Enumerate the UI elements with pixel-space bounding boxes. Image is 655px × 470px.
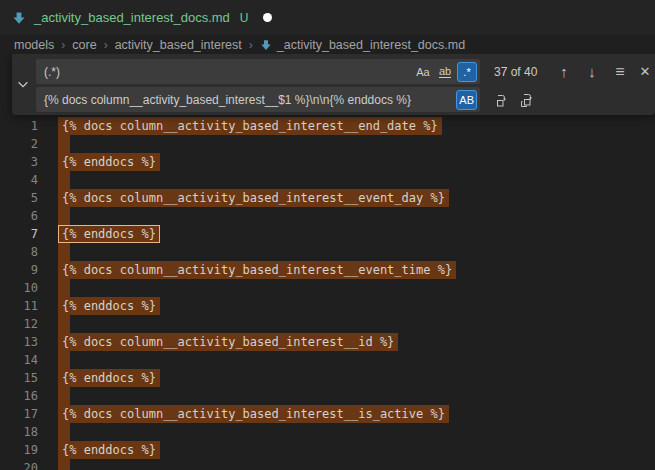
find-match-highlight <box>58 387 70 405</box>
preserve-case-button[interactable]: AB <box>456 90 477 110</box>
code-line[interactable]: {% enddocs %} <box>58 297 160 315</box>
chevron-right-icon: › <box>104 38 108 52</box>
code-line[interactable]: {% docs column__activity_based_interest_… <box>58 189 449 207</box>
code-line[interactable] <box>58 243 70 261</box>
line-number: 14 <box>0 351 38 369</box>
arrow-down-icon: ↓ <box>588 63 596 80</box>
code-line[interactable] <box>58 459 70 470</box>
arrow-up-icon: ↑ <box>560 63 568 80</box>
line-number: 3 <box>0 153 38 171</box>
find-replace-widget: Aa ab .* 37 of 40 ↑ ↓ ≡ ✕ <box>12 54 655 115</box>
code-line[interactable]: {% enddocs %} <box>58 153 160 171</box>
find-match-highlight: {% docs column__activity_based_interest_… <box>58 261 456 279</box>
chevron-right-icon: › <box>249 38 253 52</box>
line-number: 10 <box>0 279 38 297</box>
line-number: 8 <box>0 243 38 261</box>
regex-button[interactable]: .* <box>457 62 477 82</box>
editor-pane[interactable]: 1{% docs column__activity_based_interest… <box>0 54 655 470</box>
replace-input-wrap: AB <box>36 87 480 112</box>
line-number: 4 <box>0 171 38 189</box>
match-count: 37 of 40 <box>494 59 537 84</box>
code-line[interactable] <box>58 351 70 369</box>
code-line[interactable]: {% docs column__activity_based_interest_… <box>58 405 449 423</box>
chevron-right-icon: › <box>61 38 65 52</box>
line-number: 11 <box>0 297 38 315</box>
find-match-highlight: {% docs column__activity_based_interest_… <box>58 117 442 135</box>
replace-icon <box>494 92 510 108</box>
unsaved-changes-dot[interactable] <box>263 13 272 22</box>
code-line[interactable] <box>58 207 70 225</box>
find-match-highlight <box>58 315 70 333</box>
code-line[interactable] <box>58 315 70 333</box>
line-number: 16 <box>0 387 38 405</box>
breadcrumb-item-file[interactable]: _activity_based_interest_docs.md <box>260 38 465 52</box>
git-status-badge: U <box>240 11 249 25</box>
previous-match-button[interactable]: ↑ <box>552 59 576 84</box>
find-match-highlight <box>58 171 70 189</box>
tab-filename: _activity_based_interest_docs.md <box>34 10 230 25</box>
code-line[interactable] <box>58 279 70 297</box>
find-input[interactable] <box>36 59 413 84</box>
code-line[interactable] <box>58 135 70 153</box>
current-find-match: {% enddocs %} <box>58 225 160 243</box>
line-number: 20 <box>0 459 38 470</box>
replace-input[interactable] <box>36 87 456 112</box>
find-input-wrap: Aa ab .* <box>36 59 480 84</box>
line-number: 17 <box>0 405 38 423</box>
replace-button[interactable] <box>490 87 514 112</box>
find-match-highlight: {% enddocs %} <box>58 297 160 315</box>
line-number: 5 <box>0 189 38 207</box>
replace-all-button[interactable] <box>515 87 539 112</box>
find-match-highlight <box>58 423 70 441</box>
find-match-highlight: {% docs column__activity_based_interest_… <box>58 333 398 351</box>
find-match-highlight <box>58 135 70 153</box>
find-match-highlight <box>58 351 70 369</box>
line-number: 2 <box>0 135 38 153</box>
find-match-highlight: {% docs column__activity_based_interest_… <box>58 189 449 207</box>
line-number: 18 <box>0 423 38 441</box>
code-line[interactable] <box>58 423 70 441</box>
code-line[interactable]: {% enddocs %} <box>58 369 160 387</box>
line-number: 1 <box>0 117 38 135</box>
breadcrumb-item-core[interactable]: core <box>72 38 96 52</box>
find-match-highlight <box>58 207 70 225</box>
toggle-replace-chevron-icon[interactable] <box>12 72 34 96</box>
line-number: 6 <box>0 207 38 225</box>
next-match-button[interactable]: ↓ <box>580 59 604 84</box>
line-number: 19 <box>0 441 38 459</box>
line-number: 9 <box>0 261 38 279</box>
find-match-highlight <box>58 279 70 297</box>
editor-tab[interactable]: _activity_based_interest_docs.md U <box>0 0 288 35</box>
code-line[interactable]: {% enddocs %} <box>58 225 160 243</box>
find-match-highlight: {% enddocs %} <box>58 441 160 459</box>
code-line[interactable]: {% enddocs %} <box>58 441 160 459</box>
line-number: 7 <box>0 225 38 243</box>
code-line[interactable] <box>58 387 70 405</box>
find-match-highlight: {% docs column__activity_based_interest_… <box>58 405 449 423</box>
find-match-highlight: {% enddocs %} <box>58 153 160 171</box>
line-number: 15 <box>0 369 38 387</box>
find-match-highlight: {% enddocs %} <box>58 369 160 387</box>
code-line[interactable]: {% docs column__activity_based_interest_… <box>58 333 398 351</box>
line-number: 13 <box>0 333 38 351</box>
selection-lines-icon: ≡ <box>615 63 624 81</box>
breadcrumb-item-models[interactable]: models <box>14 38 54 52</box>
tab-bar: _activity_based_interest_docs.md U <box>0 0 655 35</box>
breadcrumb-item-folder[interactable]: activity_based_interest <box>115 38 242 52</box>
whole-word-button[interactable]: ab <box>435 62 455 82</box>
code-line[interactable]: {% docs column__activity_based_interest_… <box>58 117 442 135</box>
code-line[interactable]: {% docs column__activity_based_interest_… <box>58 261 456 279</box>
close-find-widget-button[interactable]: ✕ <box>633 59 655 84</box>
markdown-file-icon <box>12 11 26 25</box>
close-icon: ✕ <box>640 64 651 79</box>
match-case-button[interactable]: Aa <box>413 62 433 82</box>
find-match-highlight <box>58 243 70 261</box>
find-match-highlight <box>58 459 70 470</box>
line-number: 12 <box>0 315 38 333</box>
markdown-file-icon <box>260 39 272 51</box>
breadcrumb: models › core › activity_based_interest … <box>0 35 655 54</box>
find-in-selection-button[interactable]: ≡ <box>608 59 632 84</box>
replace-all-icon <box>519 92 535 108</box>
code-line[interactable] <box>58 171 70 189</box>
